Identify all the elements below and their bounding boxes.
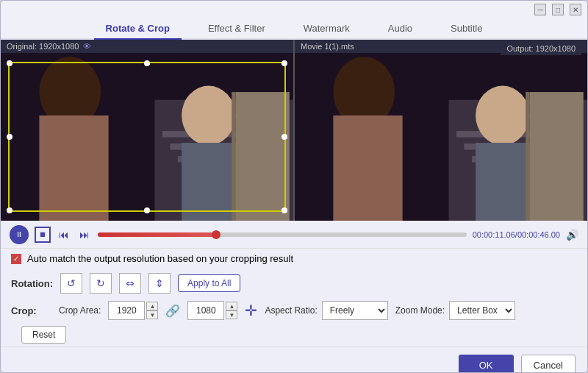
- video-section: Original: 1920x1080 👁: [1, 40, 587, 221]
- original-video-preview: [1, 53, 293, 221]
- crop-height-input[interactable]: [187, 301, 224, 320]
- progress-fill: [98, 232, 216, 237]
- zoom-mode-label: Zoom Mode:: [395, 305, 445, 316]
- aspect-ratio-group: Aspect Ratio: Freely: [265, 301, 387, 320]
- aspect-ratio-select[interactable]: Freely: [322, 301, 388, 320]
- ok-button[interactable]: OK: [459, 355, 514, 373]
- crosshair-icon[interactable]: ✛: [245, 302, 257, 319]
- cancel-button[interactable]: Cancel: [521, 355, 576, 373]
- height-input-group: ▲ ▼: [187, 301, 237, 320]
- flip-vertical-btn[interactable]: ⇕: [148, 273, 171, 294]
- time-display: 00:00:11.06/00:00:46.00: [473, 230, 560, 239]
- tab-bar: Rotate & Crop Effect & Filter Watermark …: [1, 18, 587, 40]
- link-icon[interactable]: 🔗: [165, 304, 180, 318]
- svg-rect-7: [39, 116, 108, 221]
- rotation-row: Rotation: ↺ ↻ ⇔ ⇕ Apply to All: [1, 269, 587, 298]
- rotate-left-btn[interactable]: ↺: [60, 273, 82, 294]
- minimize-button[interactable]: ─: [534, 4, 546, 15]
- prev-frame-button[interactable]: ⏮: [57, 227, 71, 242]
- reset-button[interactable]: Reset: [21, 326, 66, 344]
- output-label: Output: 1920x1080: [501, 42, 581, 55]
- svg-rect-11: [235, 92, 289, 221]
- svg-rect-22: [526, 92, 529, 221]
- main-window: ─ □ ✕ Rotate & Crop Effect & Filter Wate…: [0, 0, 588, 373]
- output-video-frame: [295, 53, 587, 221]
- original-label: Original: 1920x1080 👁: [1, 40, 293, 53]
- reset-row: Reset: [1, 323, 587, 347]
- close-button[interactable]: ✕: [570, 4, 581, 15]
- pause-button[interactable]: ⏸: [10, 225, 29, 244]
- original-video-pane: Original: 1920x1080 👁: [1, 40, 293, 221]
- flip-horizontal-btn[interactable]: ⇔: [119, 273, 141, 294]
- height-up-btn[interactable]: ▲: [226, 302, 237, 310]
- controls-section: ⏸ ⏹ ⏮ ⏭ 00:00:11.06/00:00:46.00 🔊 Auto m…: [1, 221, 587, 373]
- crop-width-input[interactable]: [108, 301, 145, 320]
- width-input-group: ▲ ▼: [108, 301, 158, 320]
- height-spinners: ▲ ▼: [226, 302, 237, 319]
- output-video-preview: [295, 53, 587, 221]
- zoom-mode-group: Zoom Mode: Letter Box: [395, 301, 515, 320]
- tab-effect-filter[interactable]: Effect & Filter: [196, 18, 277, 40]
- bottom-bar: OK Cancel: [1, 347, 587, 373]
- rotate-right-btn[interactable]: ↻: [90, 273, 112, 294]
- svg-point-20: [476, 86, 529, 146]
- crop-label: Crop:: [11, 305, 51, 316]
- progress-thumb[interactable]: [212, 230, 220, 239]
- width-up-btn[interactable]: ▲: [146, 302, 158, 310]
- volume-icon[interactable]: 🔊: [566, 229, 578, 241]
- tab-rotate-crop[interactable]: Rotate & Crop: [94, 18, 182, 40]
- zoom-mode-select[interactable]: Letter Box: [449, 301, 515, 320]
- eye-icon[interactable]: 👁: [83, 42, 91, 51]
- next-frame-button[interactable]: ⏭: [77, 227, 92, 242]
- tab-subtitle[interactable]: Subtitle: [439, 18, 494, 40]
- svg-rect-23: [529, 92, 583, 221]
- width-down-btn[interactable]: ▼: [146, 310, 158, 319]
- crop-area-label: Crop Area:: [59, 305, 101, 316]
- svg-rect-19: [333, 116, 402, 221]
- original-video-frame: [1, 53, 293, 221]
- title-bar: ─ □ ✕: [1, 1, 587, 18]
- aspect-ratio-label: Aspect Ratio:: [265, 305, 317, 316]
- rotation-label: Rotation:: [11, 278, 53, 289]
- playback-controls: ⏸ ⏹ ⏮ ⏭ 00:00:11.06/00:00:46.00 🔊: [1, 221, 587, 249]
- progress-bar[interactable]: [98, 232, 467, 237]
- crop-row: Crop: Crop Area: ▲ ▼ 🔗 ▲ ▼: [1, 298, 587, 323]
- maximize-button[interactable]: □: [552, 4, 564, 15]
- svg-rect-10: [232, 92, 235, 221]
- width-spinners: ▲ ▼: [146, 302, 158, 319]
- auto-match-label: Auto match the output resolution based o…: [27, 253, 293, 264]
- stop-button[interactable]: ⏹: [35, 227, 51, 243]
- apply-to-all-button[interactable]: Apply to All: [178, 274, 240, 292]
- height-down-btn[interactable]: ▼: [226, 310, 237, 319]
- tab-watermark[interactable]: Watermark: [292, 18, 362, 40]
- output-video-pane: Movie 1(1).mts: [295, 40, 587, 221]
- tab-audio[interactable]: Audio: [376, 18, 424, 40]
- options-row: Auto match the output resolution based o…: [1, 249, 587, 269]
- auto-match-checkbox[interactable]: [11, 254, 21, 264]
- svg-point-8: [182, 86, 235, 146]
